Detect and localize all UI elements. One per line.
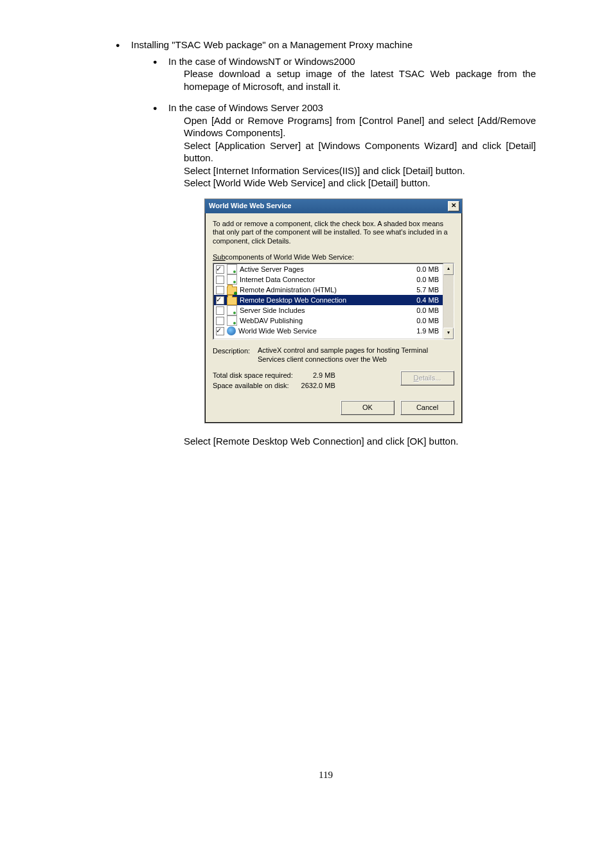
list-item[interactable]: Active Server Pages0.0 MB <box>214 264 443 274</box>
ok-button[interactable]: OK <box>341 400 395 415</box>
item-name: Server Side Includes <box>240 306 404 315</box>
sub2-line3: Select [Internet Information Services(II… <box>168 164 536 177</box>
description-text: ActiveX control and sample pages for hos… <box>258 346 454 364</box>
scroll-down-button[interactable]: ▾ <box>443 328 454 339</box>
item-name: Remote Desktop Web Connection <box>240 296 404 305</box>
avail-label: Space available on disk: <box>213 381 297 391</box>
case-nt-2000: In the case of WindowsNT or Windows2000 … <box>153 55 536 93</box>
sub2-line4: Select [World Wide Web Service] and clic… <box>168 177 536 190</box>
dialog-button-row: OK Cancel <box>213 400 454 415</box>
list-rows: Active Server Pages0.0 MBInternet Data C… <box>213 263 443 339</box>
www-service-dialog: World Wide Web Service ✕ To add or remov… <box>204 199 463 424</box>
item-size: 0.0 MB <box>407 265 439 274</box>
item-size: 1.9 MB <box>407 326 439 335</box>
document-page: Installing "TSAC Web package" on a Manag… <box>0 0 613 807</box>
subcomponents-label: Subcomponents of World Wide Web Service: <box>213 252 454 261</box>
list-item[interactable]: World Wide Web Service1.9 MB <box>214 326 443 336</box>
sub1-body: Please download a setup image of the lat… <box>168 67 536 93</box>
checkbox[interactable] <box>216 265 224 274</box>
item-name: World Wide Web Service <box>238 326 404 335</box>
after-dialog-text: Select [Remote Desktop Web Connection] a… <box>184 435 536 448</box>
details-rest: etails... <box>419 374 441 382</box>
checkbox[interactable] <box>216 317 224 325</box>
case-server-2003: In the case of Windows Server 2003 Open … <box>153 102 536 448</box>
item-size: 0.0 MB <box>407 275 439 284</box>
sub2-line1: Open [Add or Remove Programs] from [Cont… <box>168 114 536 139</box>
total-value: 2.9 MB <box>297 371 339 381</box>
item-size: 5.7 MB <box>407 285 439 294</box>
outer-list: Installing "TSAC Web package" on a Manag… <box>116 39 536 448</box>
description-row: Description: ActiveX control and sample … <box>213 346 454 364</box>
folder-icon <box>227 287 237 295</box>
bullet-install-tsac: Installing "TSAC Web package" on a Manag… <box>116 39 536 448</box>
page-number: 119 <box>116 769 536 782</box>
list-item[interactable]: Internet Data Connector0.0 MB <box>214 274 443 285</box>
description-label: Description: <box>213 346 253 364</box>
item-name: WebDAV Publishing <box>240 316 404 325</box>
subcomponents-label-rest: components of World Wide Web Service: <box>226 253 354 261</box>
details-button[interactable]: Details... <box>400 371 454 385</box>
item-size: 0.0 MB <box>407 306 439 315</box>
document-icon <box>227 264 237 274</box>
folder-icon <box>227 297 237 305</box>
item-name: Remote Administration (HTML) <box>240 285 404 294</box>
cancel-button[interactable]: Cancel <box>400 400 454 415</box>
bullet1-text: Installing "TSAC Web package" on a Manag… <box>131 39 413 50</box>
list-item[interactable]: Server Side Includes0.0 MB <box>214 305 443 315</box>
components-listbox[interactable]: Active Server Pages0.0 MBInternet Data C… <box>213 263 454 340</box>
scroll-up-button[interactable]: ▴ <box>443 263 454 275</box>
checkbox[interactable] <box>216 327 224 335</box>
stats-row: Total disk space required: 2.9 MB Space … <box>213 371 454 392</box>
close-button[interactable]: ✕ <box>448 201 459 211</box>
total-row: Total disk space required: 2.9 MB <box>213 371 339 381</box>
item-size: 0.4 MB <box>407 296 439 305</box>
item-size: 0.0 MB <box>407 316 439 325</box>
sub2-line2: Select [Application Server] at [Windows … <box>168 139 536 164</box>
sub2-title: In the case of Windows Server 2003 <box>168 102 323 113</box>
document-icon <box>227 274 237 285</box>
total-label: Total disk space required: <box>213 371 297 381</box>
checkbox[interactable] <box>216 276 224 284</box>
disk-stats-table: Total disk space required: 2.9 MB Space … <box>213 371 339 392</box>
list-item[interactable]: WebDAV Publishing0.0 MB <box>214 315 443 326</box>
item-name: Active Server Pages <box>240 265 404 274</box>
scrollbar[interactable]: ▴ ▾ <box>443 263 454 339</box>
instruction-text: To add or remove a component, click the … <box>213 220 454 246</box>
stats-right: Details... <box>364 371 454 392</box>
stats-left: Total disk space required: 2.9 MB Space … <box>213 371 364 392</box>
details-underline: D <box>414 374 419 382</box>
nested-list: In the case of WindowsNT or Windows2000 … <box>131 55 536 448</box>
document-icon <box>227 305 237 315</box>
titlebar: World Wide Web Service ✕ <box>205 199 462 213</box>
avail-row: Space available on disk: 2632.0 MB <box>213 381 339 391</box>
subcomponents-label-u: Sub <box>213 253 226 261</box>
item-name: Internet Data Connector <box>240 275 404 284</box>
dialog-screenshot: World Wide Web Service ✕ To add or remov… <box>204 199 536 424</box>
checkbox[interactable] <box>216 306 224 315</box>
avail-value: 2632.0 MB <box>297 381 339 391</box>
document-icon <box>227 315 237 326</box>
dialog-body: To add or remove a component, click the … <box>205 213 462 423</box>
sub1-title: In the case of WindowsNT or Windows2000 <box>168 56 355 67</box>
dialog-title: World Wide Web Service <box>209 201 291 210</box>
scroll-track[interactable] <box>443 275 454 328</box>
checkbox[interactable] <box>216 296 224 305</box>
list-item[interactable]: Remote Administration (HTML)5.7 MB <box>214 285 443 295</box>
checkbox[interactable] <box>216 286 224 294</box>
globe-icon <box>227 326 236 335</box>
list-item[interactable]: Remote Desktop Web Connection0.4 MB <box>214 295 443 305</box>
